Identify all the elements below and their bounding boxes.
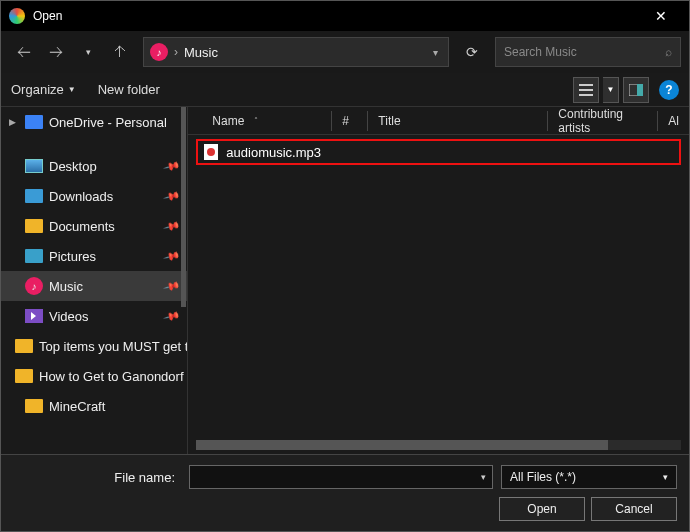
list-icon xyxy=(579,84,593,96)
app-icon xyxy=(9,8,25,24)
video-icon xyxy=(25,309,43,323)
sidebar-label: Downloads xyxy=(49,189,113,204)
column-name[interactable]: Name ˄ xyxy=(202,111,332,131)
open-dialog: Open ✕ 🡠 🡢 ▾ 🡡 ♪ › Music ▾ ⟳ Search Musi… xyxy=(0,0,690,532)
column-title[interactable]: Title xyxy=(368,111,548,131)
open-button[interactable]: Open xyxy=(499,497,585,521)
sidebar-item-pictures[interactable]: Pictures 📌 xyxy=(1,241,187,271)
file-pane: Name ˄ # Title Contributing artists Al a… xyxy=(188,107,689,454)
folder-icon xyxy=(25,189,43,203)
sidebar: ▶ OneDrive - Personal Desktop 📌 Download… xyxy=(1,107,188,454)
desktop-icon xyxy=(25,159,43,173)
titlebar: Open ✕ xyxy=(1,1,689,31)
sidebar-label: Music xyxy=(49,279,83,294)
window-title: Open xyxy=(33,9,641,23)
sidebar-label: Videos xyxy=(49,309,89,324)
organize-label: Organize xyxy=(11,82,64,97)
sidebar-label: MineCraft xyxy=(49,399,105,414)
close-button[interactable]: ✕ xyxy=(641,8,681,24)
cancel-button[interactable]: Cancel xyxy=(591,497,677,521)
pin-icon: 📌 xyxy=(163,217,182,235)
chevron-down-icon[interactable]: ▾ xyxy=(481,472,486,482)
sidebar-item-music[interactable]: ♪ Music 📌 xyxy=(1,271,187,301)
view-button[interactable] xyxy=(573,77,599,103)
back-button[interactable]: 🡠 xyxy=(9,37,39,67)
sidebar-item-downloads[interactable]: Downloads 📌 xyxy=(1,181,187,211)
sidebar-item-onedrive[interactable]: ▶ OneDrive - Personal xyxy=(1,107,187,137)
music-icon: ♪ xyxy=(25,277,43,295)
breadcrumb-music[interactable]: Music xyxy=(184,45,423,60)
folder-icon xyxy=(15,339,33,353)
folder-icon xyxy=(25,399,43,413)
pin-icon: 📌 xyxy=(163,157,182,175)
preview-pane-button[interactable] xyxy=(623,77,649,103)
pin-icon: 📌 xyxy=(163,307,182,325)
breadcrumb-sep: › xyxy=(174,45,178,59)
up-button[interactable]: 🡡 xyxy=(105,37,135,67)
sidebar-item-folder[interactable]: How to Get to Ganondorf xyxy=(1,361,187,391)
toolbar: Organize ▼ New folder ▼ ? xyxy=(1,73,689,107)
sidebar-label: How to Get to Ganondorf xyxy=(39,369,184,384)
horizontal-scrollbar[interactable] xyxy=(196,440,681,450)
sidebar-item-documents[interactable]: Documents 📌 xyxy=(1,211,187,241)
recent-dropdown[interactable]: ▾ xyxy=(73,37,103,67)
svg-rect-0 xyxy=(579,84,593,86)
chevron-down-icon[interactable]: ▾ xyxy=(429,47,442,58)
chevron-down-icon: ▾ xyxy=(663,472,668,482)
column-artists[interactable]: Contributing artists xyxy=(548,111,658,131)
filetype-select[interactable]: All Files (*.*) ▾ xyxy=(501,465,677,489)
sidebar-label: Documents xyxy=(49,219,115,234)
sidebar-label: OneDrive - Personal xyxy=(49,115,167,130)
column-album[interactable]: Al xyxy=(658,111,689,131)
expand-icon[interactable]: ▶ xyxy=(9,117,19,127)
filename-input[interactable]: ▾ xyxy=(189,465,493,489)
chevron-down-icon: ▼ xyxy=(68,85,76,94)
folder-icon xyxy=(25,219,43,233)
audio-file-icon xyxy=(204,144,218,160)
pin-icon: 📌 xyxy=(163,247,182,265)
filename-label: File name: xyxy=(13,470,181,485)
new-folder-label: New folder xyxy=(98,82,160,97)
search-input[interactable]: Search Music ⌕ xyxy=(495,37,681,67)
refresh-button[interactable]: ⟳ xyxy=(457,37,487,67)
view-dropdown[interactable]: ▼ xyxy=(603,77,619,103)
column-number[interactable]: # xyxy=(332,111,368,131)
forward-button[interactable]: 🡢 xyxy=(41,37,71,67)
sidebar-label: Desktop xyxy=(49,159,97,174)
svg-rect-2 xyxy=(579,94,593,96)
navbar: 🡠 🡢 ▾ 🡡 ♪ › Music ▾ ⟳ Search Music ⌕ xyxy=(1,31,689,73)
new-folder-button[interactable]: New folder xyxy=(98,82,160,97)
svg-rect-4 xyxy=(637,84,643,96)
help-button[interactable]: ? xyxy=(659,80,679,100)
preview-icon xyxy=(629,84,643,96)
pin-icon: 📌 xyxy=(163,187,182,205)
column-headers: Name ˄ # Title Contributing artists Al xyxy=(188,107,689,135)
cloud-folder-icon xyxy=(25,115,43,129)
sidebar-label: Top items you MUST get t xyxy=(39,339,187,354)
sort-caret-icon: ˄ xyxy=(254,116,258,125)
file-name: audiomusic.mp3 xyxy=(226,145,321,160)
search-icon: ⌕ xyxy=(665,45,672,59)
file-list: audiomusic.mp3 xyxy=(188,135,689,440)
folder-icon xyxy=(25,249,43,263)
sidebar-item-videos[interactable]: Videos 📌 xyxy=(1,301,187,331)
pin-icon: 📌 xyxy=(163,277,182,295)
filetype-label: All Files (*.*) xyxy=(510,470,576,484)
sidebar-item-desktop[interactable]: Desktop 📌 xyxy=(1,151,187,181)
music-icon: ♪ xyxy=(150,43,168,61)
folder-icon xyxy=(15,369,33,383)
file-row[interactable]: audiomusic.mp3 xyxy=(196,139,681,165)
sidebar-item-folder[interactable]: MineCraft xyxy=(1,391,187,421)
address-bar[interactable]: ♪ › Music ▾ xyxy=(143,37,449,67)
sidebar-item-folder[interactable]: Top items you MUST get t xyxy=(1,331,187,361)
search-placeholder: Search Music xyxy=(504,45,665,59)
sidebar-label: Pictures xyxy=(49,249,96,264)
svg-rect-1 xyxy=(579,89,593,91)
dialog-footer: File name: ▾ All Files (*.*) ▾ Open Canc… xyxy=(1,454,689,531)
organize-menu[interactable]: Organize ▼ xyxy=(11,82,76,97)
